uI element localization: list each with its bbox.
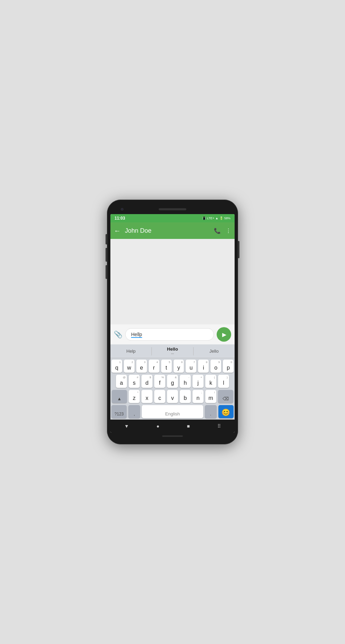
- key-h[interactable]: -h: [180, 375, 191, 388]
- nav-back-button[interactable]: ▼: [124, 423, 129, 429]
- comma-key[interactable]: ,: [128, 405, 140, 418]
- key-j[interactable]: +j: [193, 375, 204, 388]
- signal-icon: ▲: [215, 217, 218, 220]
- chat-area: [110, 239, 235, 324]
- suggestions-bar: Help Hello ··· Jello: [110, 344, 235, 358]
- key-x[interactable]: x: [141, 390, 152, 403]
- key-a[interactable]: @a: [116, 375, 127, 388]
- key-y[interactable]: 6y: [174, 360, 184, 373]
- key-r[interactable]: 4r: [149, 360, 159, 373]
- key-c[interactable]: c: [154, 390, 165, 403]
- key-i[interactable]: 8i: [198, 360, 209, 373]
- key-e[interactable]: 3e: [136, 360, 147, 373]
- key-p[interactable]: 0p: [223, 360, 234, 373]
- volume-up-button: [106, 234, 107, 244]
- key-v[interactable]: v: [167, 390, 178, 403]
- phone-device: 11:03 📳 LTE+ ▲ 🔋 58% ← John Doe 📞 ⋮ 📎: [107, 200, 238, 444]
- key-row-3: ▲ *z x c v b ;n !m ⌫: [111, 390, 234, 403]
- front-camera: [121, 208, 124, 211]
- lte-indicator: LTE+: [207, 217, 214, 220]
- app-bar: ← John Doe 📞 ⋮: [110, 222, 235, 239]
- space-key[interactable]: English: [142, 405, 203, 418]
- status-time: 11:03: [115, 216, 125, 221]
- suggestion-1[interactable]: Hello ···: [152, 345, 193, 357]
- volume-down-button: [106, 248, 107, 262]
- attach-button[interactable]: 📎: [114, 330, 122, 339]
- status-bar: 11:03 📳 LTE+ ▲ 🔋 58%: [110, 214, 235, 222]
- key-l[interactable]: )l: [218, 375, 229, 388]
- send-button[interactable]: ▶: [217, 327, 231, 342]
- message-input-area: 📎 Hellp ▶: [110, 324, 235, 344]
- call-button[interactable]: 📞: [214, 228, 221, 234]
- suggestion-0[interactable]: Help: [110, 347, 151, 355]
- earpiece-speaker: [159, 208, 186, 210]
- phone-screen: 11:03 📳 LTE+ ▲ 🔋 58% ← John Doe 📞 ⋮ 📎: [110, 214, 235, 433]
- back-button[interactable]: ←: [114, 227, 121, 235]
- battery-percent: 58%: [224, 217, 230, 220]
- key-row-2: @a #s $d %f &g -h +j (k )l: [111, 375, 234, 388]
- key-d[interactable]: $d: [141, 375, 152, 388]
- shift-button[interactable]: ▲: [112, 390, 127, 403]
- home-indicator: [162, 435, 183, 437]
- keyboard-rows: 1q 2w 3e 4r 5t 6y 7u 8i 9o 0p @a #s $d %…: [110, 358, 235, 420]
- key-w[interactable]: 2w: [124, 360, 135, 373]
- period-key[interactable]: .: [205, 405, 217, 418]
- key-m[interactable]: !m: [205, 390, 216, 403]
- keyboard-area: Help Hello ··· Jello 1q 2w 3e: [110, 344, 235, 420]
- backspace-button[interactable]: ⌫: [218, 390, 233, 403]
- status-icons: 📳 LTE+ ▲ 🔋 58%: [202, 217, 230, 220]
- numbers-button[interactable]: ?123: [111, 405, 127, 418]
- send-icon: ▶: [222, 331, 226, 338]
- emoji-button[interactable]: 😊: [218, 405, 234, 418]
- mute-button: [106, 265, 107, 279]
- key-u[interactable]: 7u: [186, 360, 196, 373]
- nav-bar: ▼ ● ■ ⠿: [110, 420, 235, 433]
- phone-top-bar: [110, 204, 235, 214]
- key-f[interactable]: %f: [154, 375, 165, 388]
- key-k[interactable]: (k: [205, 375, 216, 388]
- key-q[interactable]: 1q: [111, 360, 122, 373]
- nav-recent-button[interactable]: ■: [187, 423, 190, 429]
- message-input-wrapper[interactable]: Hellp: [125, 328, 214, 341]
- contact-name: John Doe: [125, 227, 214, 234]
- key-row-4: ?123 , English . 😊: [111, 405, 234, 418]
- suggestion-dots: ···: [152, 352, 193, 356]
- key-g[interactable]: &g: [167, 375, 178, 388]
- nav-keyboard-button[interactable]: ⠿: [217, 423, 221, 429]
- vibrate-icon: 📳: [202, 217, 206, 220]
- key-z[interactable]: *z: [129, 390, 140, 403]
- power-button: [238, 241, 239, 258]
- key-o[interactable]: 9o: [210, 360, 221, 373]
- more-options-button[interactable]: ⋮: [226, 228, 231, 234]
- message-input[interactable]: Hellp: [131, 332, 142, 338]
- key-s[interactable]: #s: [129, 375, 140, 388]
- phone-bottom: [110, 433, 235, 440]
- key-t[interactable]: 5t: [161, 360, 172, 373]
- battery-icon: 🔋: [219, 217, 223, 220]
- key-row-1: 1q 2w 3e 4r 5t 6y 7u 8i 9o 0p: [111, 360, 234, 373]
- app-bar-actions: 📞 ⋮: [214, 228, 231, 234]
- suggestion-2[interactable]: Jello: [194, 347, 235, 355]
- key-b[interactable]: b: [180, 390, 191, 403]
- nav-home-button[interactable]: ●: [157, 423, 159, 429]
- key-n[interactable]: ;n: [193, 390, 204, 403]
